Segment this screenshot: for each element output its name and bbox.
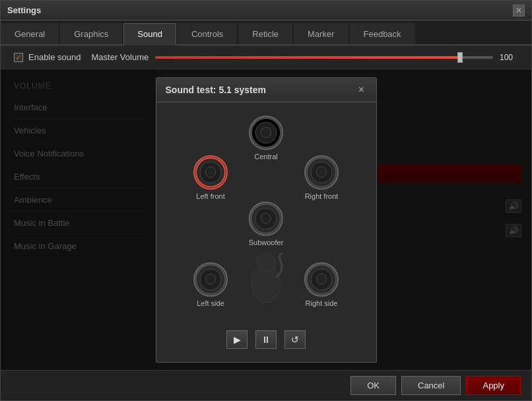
enable-sound-row: ✓ Enable sound: [14, 52, 81, 62]
window-close-button[interactable]: ×: [513, 5, 525, 17]
master-volume-label: Master Volume: [92, 52, 149, 62]
enable-sound-label: Enable sound: [28, 52, 81, 62]
bottom-bar: OK Cancel Apply: [1, 370, 531, 400]
tab-general[interactable]: General: [1, 23, 59, 44]
speaker-left-side-label: Left side: [197, 299, 224, 307]
content-area: ✓ Enable sound Master Volume 100 Volume …: [1, 46, 531, 400]
cancel-button[interactable]: Cancel: [401, 376, 461, 395]
speaker-right-front-label: Right front: [305, 192, 339, 200]
speaker-right-front-icon: [304, 155, 339, 190]
tab-graphics[interactable]: Graphics: [60, 23, 122, 44]
speaker-left-front-svg: [193, 155, 228, 190]
speaker-right-side[interactable]: Right side: [304, 262, 339, 307]
tab-marker[interactable]: Marker: [294, 23, 348, 44]
tab-reticle[interactable]: Reticle: [238, 23, 292, 44]
modal-header: Sound test: 5.1 system ×: [156, 78, 376, 102]
speaker-central-label: Central: [254, 153, 277, 161]
speaker-right-side-label: Right side: [306, 299, 338, 307]
modal-controls: ▶ ⏸ ↺: [170, 330, 363, 349]
modal-overlay: Sound test: 5.1 system ×: [1, 69, 531, 370]
tab-controls[interactable]: Controls: [178, 23, 237, 44]
svg-point-17: [255, 208, 277, 229]
svg-point-20: [257, 253, 275, 272]
svg-point-8: [255, 122, 277, 143]
center-figure: [240, 248, 292, 304]
title-bar: Settings ×: [1, 1, 531, 20]
speaker-subwoofer-label: Subwoofer: [249, 238, 284, 246]
speaker-left-side[interactable]: Left side: [193, 262, 228, 307]
tab-sound[interactable]: Sound: [123, 23, 176, 46]
reset-button[interactable]: ↺: [284, 330, 306, 349]
svg-point-25: [311, 269, 332, 290]
ok-button[interactable]: OK: [350, 376, 396, 395]
speaker-subwoofer-svg: [249, 201, 283, 236]
svg-point-23: [206, 275, 215, 284]
svg-point-14: [311, 162, 332, 183]
speaker-right-side-icon: [304, 262, 339, 297]
speaker-left-side-svg: [193, 262, 228, 297]
speaker-left-side-icon: [193, 262, 228, 297]
tab-feedback[interactable]: Feedback: [350, 23, 415, 44]
speaker-layout: Central: [174, 116, 358, 320]
master-volume-slider[interactable]: [155, 56, 493, 59]
pause-button[interactable]: ⏸: [255, 330, 277, 349]
modal-title: Sound test: 5.1 system: [166, 85, 267, 95]
window-title: Settings: [7, 5, 41, 15]
speaker-left-front[interactable]: Left front: [193, 155, 228, 200]
main-body: Volume Interface Vehicles Voice Notifica…: [1, 69, 531, 370]
speaker-subwoofer[interactable]: Subwoofer: [249, 201, 284, 246]
settings-window: Settings × General Graphics Sound Contro…: [0, 0, 532, 401]
svg-point-9: [261, 128, 271, 137]
svg-point-11: [200, 162, 221, 183]
speaker-right-side-svg: [304, 262, 339, 297]
sound-test-modal: Sound test: 5.1 system ×: [156, 77, 377, 363]
person-figure-svg: [240, 248, 292, 304]
speaker-right-front-svg: [304, 155, 339, 190]
modal-close-button[interactable]: ×: [356, 85, 367, 95]
enable-sound-checkbox[interactable]: ✓: [14, 53, 23, 62]
speaker-right-front[interactable]: Right front: [304, 155, 339, 200]
speaker-subwoofer-icon: [249, 201, 283, 236]
apply-button[interactable]: Apply: [466, 376, 521, 395]
play-button[interactable]: ▶: [226, 330, 248, 349]
tab-bar: General Graphics Sound Controls Reticle …: [1, 20, 531, 46]
svg-point-18: [261, 214, 271, 223]
speaker-central[interactable]: Central: [249, 116, 283, 161]
svg-point-15: [317, 168, 326, 177]
svg-point-26: [317, 275, 326, 284]
speaker-left-front-icon: [193, 155, 228, 190]
svg-point-12: [206, 168, 215, 177]
speaker-central-svg: [249, 116, 283, 150]
svg-point-22: [200, 269, 221, 290]
speaker-left-front-label: Left front: [196, 192, 224, 200]
modal-body: Central: [156, 102, 376, 362]
master-volume-value: 100: [500, 53, 518, 62]
speaker-central-icon: [249, 116, 283, 150]
